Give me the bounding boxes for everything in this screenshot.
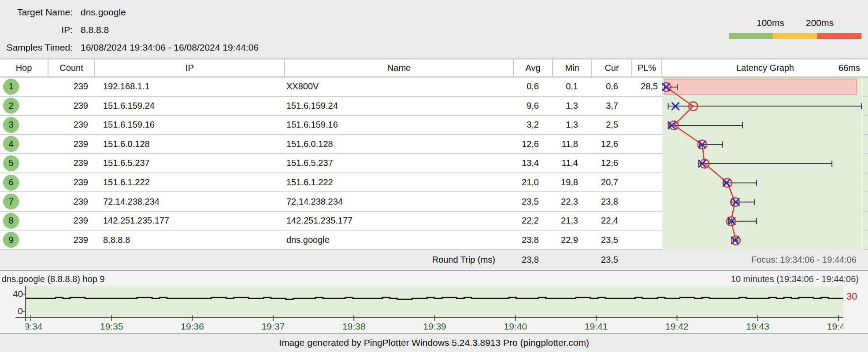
min-cell: 19,8 [553,173,592,193]
round-trip-cur: 23,5 [592,250,632,270]
target-info-panel: Target Name: dns.google IP: 8.8.8.8 Samp… [0,0,868,59]
target-ip-label: IP: [0,25,73,35]
column-header-ip[interactable]: IP [95,59,285,77]
min-cell: 1,3 [553,97,592,116]
ip-cell: 72.14.238.234 [95,192,285,212]
hop-badge-cell: 4 [0,135,48,154]
column-header-latency-graph[interactable]: Latency Graph66ms [662,59,868,77]
legend-yellow-segment [773,33,817,39]
svg-text:19:37: 19:37 [262,321,285,331]
svg-text:30: 30 [846,291,857,302]
latency-graph-title: Latency Graph [736,63,794,73]
latency-graph[interactable] [662,77,863,250]
svg-text:19:38: 19:38 [342,321,366,331]
timeline-panel: dns.google (8.8.8.8) hop 9 10 minutes (1… [0,271,868,333]
count-cell: 239 [48,192,95,212]
svg-text:19:34: 19:34 [19,321,43,331]
column-header-hop[interactable]: Hop [0,59,48,77]
timeline-graph[interactable]: 4003019:3419:3519:3619:3719:3819:3919:40… [0,286,868,333]
hop-badge-cell: 6 [0,173,48,193]
count-cell: 239 [48,231,95,250]
svg-text:40: 40 [13,289,23,299]
round-trip-label: Round Trip (ms) [0,250,514,270]
packet-loss-cell [632,135,662,154]
avg-cell: 23,5 [514,192,553,212]
name-cell: XX800V [285,77,514,97]
hop-number-badge: 8 [3,213,19,229]
avg-cell: 22,2 [514,212,553,231]
timeline-header: dns.google (8.8.8.8) hop 9 10 minutes (1… [0,271,868,286]
cur-cell: 0,6 [592,77,632,97]
min-cell: 22,3 [553,192,592,212]
hop-number-badge: 2 [3,98,19,114]
name-cell: 72.14.238.234 [285,192,514,212]
cur-cell: 22,4 [592,212,632,231]
hop-number-badge: 5 [3,155,19,171]
avg-cell: 13,4 [514,154,553,173]
samples-timed-label: Samples Timed: [0,42,73,53]
target-name-label: Target Name: [0,7,73,18]
name-cell: 151.6.159.16 [285,116,514,135]
hop-badge-cell: 1 [0,77,48,97]
packet-loss-cell: 28,5 [632,77,662,97]
avg-cell: 21,0 [514,173,553,193]
cur-cell: 20,7 [592,173,632,193]
cur-cell: 2,5 [592,116,632,135]
cur-cell: 23,5 [592,231,632,250]
name-cell: 151.6.0.128 [285,135,514,154]
avg-cell: 9,6 [514,97,553,116]
hop-badge-cell: 9 [0,231,48,250]
hop-badge-cell: 5 [0,154,48,173]
round-trip-avg: 23,8 [514,250,553,270]
count-cell: 239 [48,77,95,97]
trace-table: HopCountIPNameAvgMinCurPL%Latency Graph6… [0,59,868,271]
min-cell: 0,1 [553,77,592,97]
target-ip-value: 8.8.8.8 [81,25,109,35]
column-header-count[interactable]: Count [48,59,95,77]
samples-timed-value: 16/08/2024 19:34:06 - 16/08/2024 19:44:0… [81,42,259,53]
cur-cell: 12,6 [592,135,632,154]
hop-number-badge: 9 [3,232,19,248]
count-cell: 239 [48,97,95,116]
legend-100ms-label: 100ms [757,18,784,28]
packet-loss-cell [632,173,662,193]
focus-range-label: Focus: 19:34:06 - 19:44:06 [632,250,868,270]
legend-green-segment [729,33,773,39]
cur-cell: 23,8 [592,192,632,212]
column-header-pl[interactable]: PL% [632,59,662,77]
latency-color-legend: 100ms 200ms [718,0,868,59]
footer-bar: Image generated by PingPlotter Windows 5… [0,333,868,352]
ip-cell: 151.6.5.237 [95,154,285,173]
svg-text:19:39: 19:39 [423,321,446,331]
timeline-title: dns.google (8.8.8.8) hop 9 [2,274,105,284]
svg-text:0: 0 [18,306,23,316]
svg-text:19:41: 19:41 [585,321,608,331]
packet-loss-cell [632,212,662,231]
name-cell: dns.google [285,231,514,250]
column-header-min[interactable]: Min [553,59,592,77]
column-header-avg[interactable]: Avg [514,59,553,77]
svg-text:19:35: 19:35 [100,321,123,331]
hop-badge-cell: 2 [0,97,48,116]
packet-loss-cell [632,97,662,116]
hop-badge-cell: 3 [0,116,48,135]
cur-cell: 3,7 [592,97,632,116]
column-header-cur[interactable]: Cur [592,59,632,77]
hop-number-badge: 7 [3,194,19,209]
svg-text:19:42: 19:42 [665,321,689,331]
avg-cell: 0,6 [514,77,553,97]
legend-200ms-label: 200ms [806,18,834,28]
count-cell: 239 [48,116,95,135]
svg-text:19:40: 19:40 [504,321,527,331]
ip-cell: 8.8.8.8 [95,231,285,250]
column-header-name[interactable]: Name [285,59,514,77]
ip-cell: 151.6.1.222 [95,173,285,193]
trace-table-header: HopCountIPNameAvgMinCurPL%Latency Graph6… [0,59,868,77]
packet-loss-cell [632,231,662,250]
ip-cell: 151.6.159.16 [95,116,285,135]
name-cell: 151.6.5.237 [285,154,514,173]
legend-red-segment [817,33,861,39]
round-trip-min [553,250,592,270]
hop-badge-cell: 7 [0,192,48,212]
avg-cell: 12,6 [514,135,553,154]
